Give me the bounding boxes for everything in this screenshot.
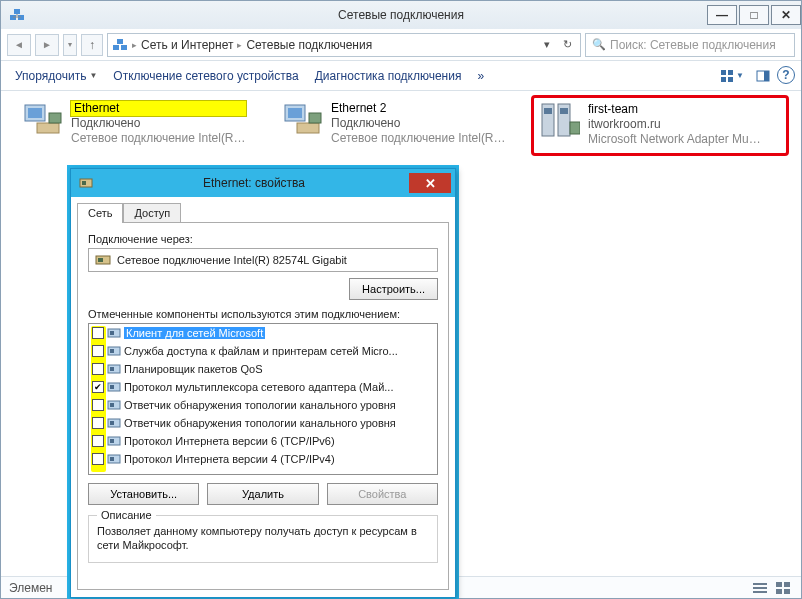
organize-label: Упорядочить — [15, 69, 86, 83]
component-checkbox[interactable] — [92, 381, 104, 393]
dialog-body: Сеть Доступ Подключение через: Сетевое п… — [71, 197, 455, 597]
status-text: Элемен — [9, 581, 52, 595]
svg-rect-49 — [110, 439, 114, 443]
svg-rect-39 — [110, 349, 114, 353]
breadcrumb-chevron-icon: ▸ — [132, 40, 137, 50]
svg-rect-28 — [776, 582, 782, 587]
nic-small-icon — [95, 252, 111, 268]
svg-rect-29 — [784, 582, 790, 587]
overflow-menu[interactable]: » — [469, 66, 492, 86]
tab-network[interactable]: Сеть — [77, 203, 123, 223]
svg-rect-35 — [98, 258, 103, 262]
component-icon — [107, 434, 121, 448]
component-checkbox[interactable] — [92, 327, 104, 339]
connection-name: Ethernet — [71, 101, 246, 116]
search-placeholder: Поиск: Сетевые подключения — [610, 38, 776, 52]
ethernet-properties-dialog: Ethernet: свойства ✕ Сеть Доступ Подключ… — [70, 168, 456, 598]
component-checkbox[interactable] — [92, 363, 104, 375]
component-icon — [107, 398, 121, 412]
navigation-bar: ◄ ► ▾ ↑ ▸ Сеть и Интернет ▸ Сетевые подк… — [1, 29, 801, 61]
address-dropdown-button[interactable]: ▾ — [538, 36, 556, 54]
address-bar[interactable]: ▸ Сеть и Интернет ▸ Сетевые подключения … — [107, 33, 581, 57]
svg-rect-47 — [110, 421, 114, 425]
component-row[interactable]: Протокол мультиплексора сетевого адаптер… — [89, 378, 437, 396]
components-label: Отмеченные компоненты используются этим … — [88, 308, 438, 320]
svg-rect-7 — [728, 70, 733, 75]
connection-device: Microsoft Network Adapter Multi... — [588, 132, 763, 147]
uninstall-button[interactable]: Удалить — [207, 483, 318, 505]
component-icon — [107, 344, 121, 358]
svg-rect-5 — [117, 39, 123, 44]
disable-device-button[interactable]: Отключение сетевого устройства — [105, 66, 306, 86]
connection-status: Подключено — [71, 116, 246, 131]
component-row[interactable]: Клиент для сетей Microsoft — [89, 324, 437, 342]
connection-device: Сетевое подключение Intel(R) 8... — [331, 131, 506, 146]
component-icon — [107, 362, 121, 376]
connection-item-ethernet2[interactable]: Ethernet 2 Подключено Сетевое подключени… — [283, 101, 506, 146]
component-checkbox[interactable] — [92, 345, 104, 357]
component-row[interactable]: Протокол Интернета версии 4 (TCP/IPv4) — [89, 450, 437, 468]
component-checkbox[interactable] — [92, 399, 104, 411]
connection-item-ethernet[interactable]: Ethernet Подключено Сетевое подключение … — [23, 101, 246, 146]
svg-rect-23 — [560, 108, 568, 114]
search-box[interactable]: 🔍 Поиск: Сетевые подключения — [585, 33, 795, 57]
svg-rect-15 — [49, 113, 61, 123]
diagnose-button[interactable]: Диагностика подключения — [307, 66, 470, 86]
svg-rect-43 — [110, 385, 114, 389]
titlebar: Сетевые подключения — □ ✕ — [1, 1, 801, 29]
component-row[interactable]: Служба доступа к файлам и принтерам сете… — [89, 342, 437, 360]
details-view-icon[interactable] — [750, 580, 770, 596]
refresh-button[interactable]: ↻ — [558, 36, 576, 54]
svg-rect-51 — [110, 457, 114, 461]
component-checkbox[interactable] — [92, 435, 104, 447]
connection-name: Ethernet 2 — [331, 101, 506, 116]
configure-button[interactable]: Настроить... — [349, 278, 438, 300]
component-checkbox[interactable] — [92, 417, 104, 429]
svg-rect-4 — [121, 45, 127, 50]
tab-access[interactable]: Доступ — [123, 203, 181, 223]
svg-rect-18 — [297, 123, 319, 133]
search-icon: 🔍 — [592, 38, 606, 51]
component-checkbox[interactable] — [92, 453, 104, 465]
component-label: Ответчик обнаружения топологии канальног… — [124, 417, 396, 429]
install-button[interactable]: Установить... — [88, 483, 199, 505]
nic-small-icon — [79, 176, 93, 190]
breadcrumb-seg-2[interactable]: Сетевые подключения — [246, 38, 372, 52]
back-button[interactable]: ◄ — [7, 34, 31, 56]
component-icon — [107, 416, 121, 430]
component-label: Протокол мультиплексора сетевого адаптер… — [124, 381, 393, 393]
component-row[interactable]: Ответчик обнаружения топологии канальног… — [89, 396, 437, 414]
connect-via-label: Подключение через: — [88, 233, 438, 245]
svg-rect-45 — [110, 403, 114, 407]
breadcrumb-chevron-icon: ▸ — [237, 40, 242, 50]
help-button[interactable]: ? — [777, 66, 795, 84]
svg-rect-8 — [721, 77, 726, 82]
dialog-close-button[interactable]: ✕ — [409, 173, 451, 193]
svg-rect-9 — [728, 77, 733, 82]
view-menu[interactable]: ▼ — [715, 66, 749, 86]
preview-pane-button[interactable] — [751, 66, 775, 86]
component-icon — [107, 326, 121, 340]
connection-device: Сетевое подключение Intel(R) 8... — [71, 131, 246, 146]
nav-history-dropdown[interactable]: ▾ — [63, 34, 77, 56]
forward-button[interactable]: ► — [35, 34, 59, 56]
organize-menu[interactable]: Упорядочить▼ — [7, 66, 105, 86]
connection-status: Подключено — [331, 116, 506, 131]
component-row[interactable]: Протокол Интернета версии 6 (TCP/IPv6) — [89, 432, 437, 450]
properties-button[interactable]: Свойства — [327, 483, 438, 505]
components-list[interactable]: Клиент для сетей MicrosoftСлужба доступа… — [88, 323, 438, 475]
dialog-titlebar: Ethernet: свойства ✕ — [71, 169, 455, 197]
svg-rect-26 — [753, 587, 767, 589]
description-text: Позволяет данному компьютеру получать до… — [97, 525, 417, 551]
svg-rect-41 — [110, 367, 114, 371]
connection-item-first-team[interactable]: first-team itworkroom.ru Microsoft Netwo… — [531, 95, 789, 156]
icon-view-icon[interactable] — [773, 580, 793, 596]
svg-rect-33 — [82, 181, 86, 185]
dialog-title: Ethernet: свойства — [99, 176, 409, 190]
window-title: Сетевые подключения — [1, 8, 801, 22]
breadcrumb-seg-1[interactable]: Сеть и Интернет — [141, 38, 233, 52]
up-button[interactable]: ↑ — [81, 34, 103, 56]
component-row[interactable]: Планировщик пакетов QoS — [89, 360, 437, 378]
component-icon — [107, 452, 121, 466]
component-row[interactable]: Ответчик обнаружения топологии канальног… — [89, 414, 437, 432]
